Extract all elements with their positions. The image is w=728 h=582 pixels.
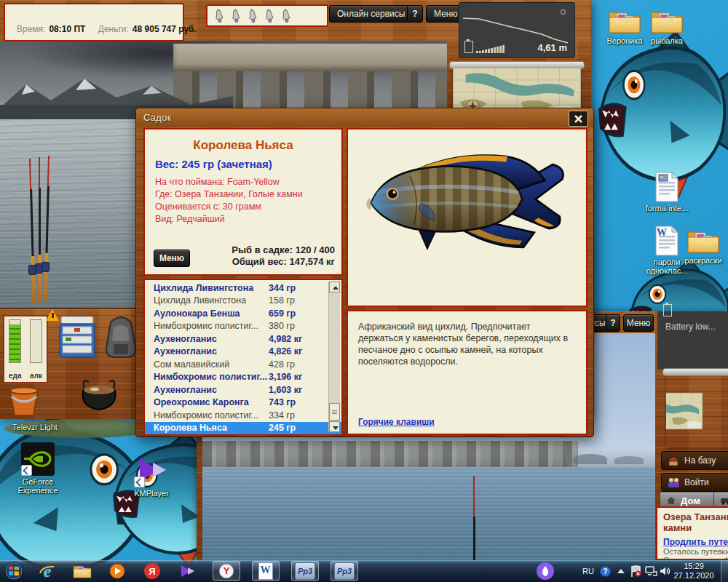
button-label: Меню (434, 9, 457, 19)
backpack-icon[interactable] (103, 312, 138, 360)
tray-help-icon[interactable]: ? (600, 560, 611, 582)
desktop-icon-fishing[interactable]: рыбалка (639, 7, 695, 45)
battery-icon (464, 41, 473, 53)
taskbar-ie-icon[interactable]: e (38, 562, 57, 581)
alcohol-gauge[interactable] (30, 319, 42, 363)
fish-illustration (354, 146, 581, 266)
fish-list-row[interactable]: Аулонокара Бенша659 гр (145, 307, 341, 320)
network-icon (645, 566, 657, 577)
taskbar: e Я Y W (0, 560, 728, 582)
document-icon (654, 172, 679, 202)
location-map[interactable] (666, 375, 728, 447)
fish-list-row[interactable]: Аухеногланис1,603 кг (145, 383, 341, 396)
people-icon (666, 477, 681, 488)
water-surface (202, 467, 655, 560)
fish-list-row[interactable]: Нимбохромис полистиг...334 гр (145, 409, 341, 422)
dialog-menu-button[interactable]: Меню (154, 250, 190, 267)
taskbar-word-button[interactable]: W (252, 561, 280, 581)
to-base-button[interactable]: На базу (661, 451, 728, 470)
flag-icon (630, 565, 641, 578)
time-label: Время: (17, 24, 45, 34)
bell-icon[interactable] (246, 7, 260, 23)
fish-list-row[interactable]: Ореохромис Каронга743 гр (145, 396, 341, 410)
rf3-label: Рр3 (298, 567, 312, 575)
sonar-panel-2: Battery low... (657, 311, 728, 370)
word-letter: W (261, 565, 271, 576)
fish-list-row[interactable]: Королева Ньяса245 гр (145, 422, 341, 435)
desktop-icon-label: GeForce Experience (10, 477, 66, 495)
bucket-icon[interactable] (7, 385, 41, 417)
ie-ring (38, 562, 57, 581)
dialog-close-button[interactable] (569, 111, 588, 127)
desktop-icon-kmplayer[interactable]: KMPlayer (124, 453, 179, 498)
join-game-button[interactable]: Войти (661, 473, 728, 492)
bell-icon[interactable] (263, 7, 277, 23)
fish-list[interactable]: Цихлида Ливингстона344 грЦихлида Ливингс… (145, 282, 341, 434)
tray-action-center[interactable] (630, 560, 641, 582)
dialog-title: Садок (143, 112, 172, 123)
fish-list-row[interactable]: Аухеногланис4,826 кг (145, 346, 341, 359)
tray-overflow-arrow[interactable] (617, 560, 625, 582)
location-name-line1: Озера Танзании, (663, 511, 728, 522)
tray-clock[interactable]: 15:29 27.12.2020 (668, 562, 719, 581)
desktop-icon-geforce[interactable]: GeForce Experience (10, 442, 66, 495)
fish-list-row[interactable]: Цихлида Ливингстона158 гр (145, 295, 341, 308)
clock-time: 15:29 (668, 562, 719, 571)
map-scroll-2[interactable] (666, 368, 728, 451)
desktop-icon-forma[interactable]: forma-inte... (639, 172, 695, 212)
clock-date: 27.12.2020 (668, 571, 719, 581)
bell-icon[interactable] (229, 7, 243, 23)
button-label: ? (412, 9, 417, 19)
online-services-button[interactable]: Онлайн сервисы (329, 5, 413, 23)
fish-min-weight-line: Оценивается с: 30 грамм (155, 201, 341, 213)
taskbar-media-player-icon[interactable] (108, 562, 127, 581)
fish-list-row[interactable]: Нимбохромис полистиг...3,196 кг (145, 371, 341, 384)
language-label: RU (582, 567, 594, 575)
help-button[interactable]: ? (407, 5, 423, 23)
taskbar-yandex-browser-button[interactable]: Y (213, 561, 240, 581)
bell-icon[interactable] (280, 7, 293, 23)
keepnet-dialog[interactable]: Садок Королева Ньяса Вес: 245 гр (зачетн… (135, 108, 594, 437)
tackle-box-icon[interactable] (57, 315, 98, 359)
fish-list-row[interactable]: Аухеногланис4,982 кг (145, 332, 341, 346)
menu-button-2[interactable]: Меню (623, 314, 654, 332)
bell-icon[interactable] (213, 7, 226, 23)
yandex-letter: Я (149, 566, 155, 577)
fish-list-scrollbar[interactable] (328, 282, 340, 432)
taskbar-explorer-icon[interactable] (73, 562, 92, 581)
desktop-icon-label: рыбалка (639, 36, 695, 45)
word-letter: W (657, 227, 667, 239)
food-gauge[interactable] (9, 319, 21, 363)
bells-panel (206, 4, 328, 27)
scroll-up-button[interactable] (329, 282, 340, 292)
food-gauge-label: еда (9, 372, 21, 380)
battery-warning-text: Battery low... (665, 322, 716, 332)
help-button-2[interactable]: ? (606, 314, 620, 332)
taskbar-rf3-button[interactable]: Рр3 (291, 561, 319, 581)
scroll-thumb[interactable] (329, 403, 340, 420)
taskbar-rf3-button-2[interactable]: Рр3 (331, 561, 358, 581)
button-label: Меню (627, 318, 650, 328)
fish-bait-line: На что поймана: Foam-Yellow (155, 176, 341, 188)
tray-language[interactable]: RU (582, 560, 594, 582)
desktop-icon-coloring[interactable]: раскраски (676, 227, 728, 265)
needs-gauges: еда алк (3, 315, 48, 383)
battery-icon (663, 304, 672, 316)
cauldron-icon[interactable] (79, 376, 119, 417)
distant-hills (566, 450, 655, 469)
alice-assistant-icon[interactable] (536, 562, 555, 581)
dialog-titlebar[interactable]: Садок (136, 108, 593, 127)
hotkeys-link[interactable]: Горячие клавиши (358, 417, 435, 427)
taskbar-kmplayer-icon[interactable] (178, 562, 197, 581)
show-desktop-button[interactable] (721, 560, 728, 582)
taskbar-yandex-icon[interactable]: Я (143, 562, 162, 581)
scroll-down-button[interactable] (329, 421, 340, 432)
start-button[interactable] (4, 562, 23, 581)
fish-list-row[interactable]: Цихлида Ливингстона344 гр (145, 282, 341, 295)
fish-list-row[interactable]: Нимбохромис полистиг...380 гр (145, 320, 341, 333)
extend-ticket-link[interactable]: Продлить путевку (663, 537, 728, 547)
tray-network-icon[interactable] (645, 560, 657, 582)
tickets-left-text: Осталось путевки: 26 (663, 547, 728, 556)
fish-list-row[interactable]: Сом малавийский428 гр (145, 358, 341, 371)
location-info-panel: Озера Танзании, камни Продлить путевку О… (656, 506, 728, 560)
